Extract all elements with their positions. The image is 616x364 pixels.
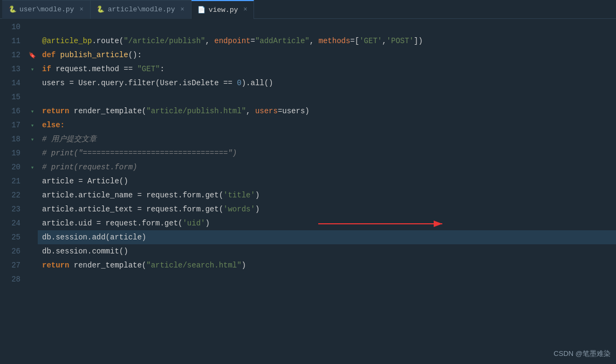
gutter-14 <box>27 76 38 90</box>
line-num-24: 24 <box>0 216 20 230</box>
line-num-26: 26 <box>0 244 20 258</box>
gutter-20: ▾ <box>27 160 38 174</box>
code-line-17: else: <box>38 118 616 132</box>
code-line-18: # 用户提交文章 <box>38 132 616 146</box>
line-num-28: 28 <box>0 272 20 286</box>
code-line-16: return render_template("article/publish.… <box>38 104 616 118</box>
line-num-25: 25 <box>0 230 20 244</box>
gutter-23 <box>27 202 38 216</box>
tab-bar: 🐍 user\modle.py × 🐍 article\modle.py × 📄… <box>0 0 616 19</box>
line-num-16: 16 <box>0 104 20 118</box>
gutter-24 <box>27 216 38 230</box>
gutter-12: 🔖 <box>27 48 38 62</box>
code-line-11: @article_bp.route("/article/publish", en… <box>38 34 616 48</box>
gutter-16: ▾ <box>27 104 38 118</box>
code-line-20: # print(request.form) <box>38 160 616 174</box>
code-line-23: article.article_text = request.form.get(… <box>38 202 616 216</box>
gutter-13: ▾ <box>27 62 38 76</box>
code-line-19: # print("===============================… <box>38 146 616 160</box>
gutter-15 <box>27 90 38 104</box>
tab-label-view: view.py <box>209 6 238 14</box>
tab-close-article-modle[interactable]: × <box>180 6 184 13</box>
code-container: 10 11 12 13 14 15 16 17 18 19 20 21 22 2… <box>0 19 616 364</box>
line-num-18: 18 <box>0 132 20 146</box>
gutter: 🔖 ▾ ▾ ▾ ▾ ▾ <box>27 19 38 364</box>
code-content[interactable]: @article_bp.route("/article/publish", en… <box>38 19 616 364</box>
line-num-19: 19 <box>0 146 20 160</box>
line-num-23: 23 <box>0 202 20 216</box>
line-numbers: 10 11 12 13 14 15 16 17 18 19 20 21 22 2… <box>0 19 27 364</box>
watermark: CSDN @笔墨难染 <box>553 349 611 359</box>
arrow-annotation <box>318 217 480 230</box>
gutter-11 <box>27 34 38 48</box>
code-line-21: article = Article() <box>38 174 616 188</box>
code-line-26: db.session.commit() <box>38 244 616 258</box>
line-num-11: 11 <box>0 34 20 48</box>
gutter-22 <box>27 188 38 202</box>
gutter-27 <box>27 258 38 272</box>
line-num-15: 15 <box>0 90 20 104</box>
gutter-25 <box>27 230 38 244</box>
code-line-12: def publish_article(): <box>38 48 616 62</box>
line-num-22: 22 <box>0 188 20 202</box>
tab-close-user-modle[interactable]: × <box>79 6 83 13</box>
code-line-14: users = User.query.filter(User.isDelete … <box>38 76 616 90</box>
gutter-19 <box>27 146 38 160</box>
tab-label-article-modle: article\modle.py <box>108 5 175 13</box>
line-num-14: 14 <box>0 76 20 90</box>
code-line-10 <box>38 20 616 34</box>
code-line-28 <box>38 272 616 286</box>
python-icon: 🐍 <box>9 6 16 13</box>
line-num-13: 13 <box>0 62 20 76</box>
gutter-28 <box>27 272 38 286</box>
tab-user-modle[interactable]: 🐍 user\modle.py × <box>2 0 91 19</box>
gutter-10 <box>27 20 38 34</box>
line-num-12: 12 <box>0 48 20 62</box>
tab-close-view[interactable]: × <box>243 6 247 13</box>
code-line-22: article.article_name = request.form.get(… <box>38 188 616 202</box>
code-line-27: return render_template("article/search.h… <box>38 258 616 272</box>
gutter-18: ▾ <box>27 132 38 146</box>
code-line-15 <box>38 90 616 104</box>
gutter-26 <box>27 244 38 258</box>
view-icon: 📄 <box>198 6 206 13</box>
line-num-27: 27 <box>0 258 20 272</box>
tab-view[interactable]: 📄 view.py × <box>191 0 255 19</box>
tab-label-user-modle: user\modle.py <box>19 5 74 13</box>
code-line-25: db.session.add(article) <box>38 230 616 244</box>
line-num-20: 20 <box>0 160 20 174</box>
gutter-21 <box>27 174 38 188</box>
gutter-17: ▾ <box>27 118 38 132</box>
tab-article-modle[interactable]: 🐍 article\modle.py × <box>91 0 191 19</box>
line-num-17: 17 <box>0 118 20 132</box>
line-num-10: 10 <box>0 20 20 34</box>
python-icon-2: 🐍 <box>97 6 105 13</box>
code-line-13: if request.method == "GET": <box>38 62 616 76</box>
code-line-24: article.uid = request.form.get('uid') <box>38 216 616 230</box>
line-num-21: 21 <box>0 174 20 188</box>
